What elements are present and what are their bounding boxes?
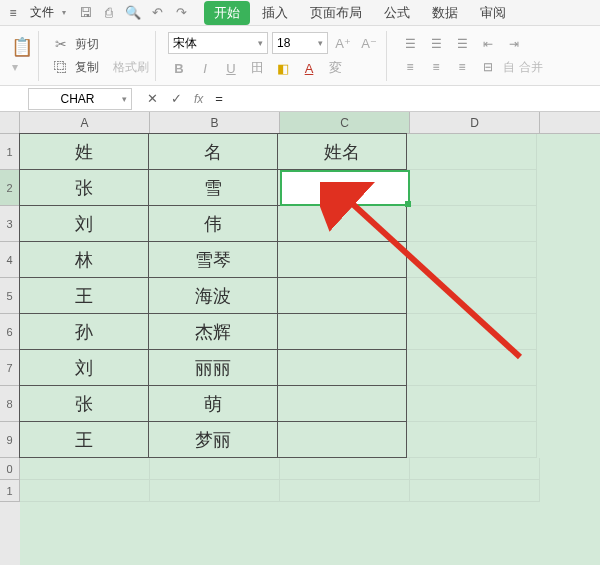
accept-formula-icon[interactable]: ✓ xyxy=(164,87,188,111)
merge-label[interactable]: 合并 xyxy=(519,59,543,76)
cell[interactable] xyxy=(407,170,537,206)
copy-icon[interactable]: ⿻ xyxy=(51,57,71,77)
align-top-icon[interactable]: ☰ xyxy=(399,34,421,54)
row-header[interactable]: 9 xyxy=(0,422,20,458)
align-right-icon[interactable]: ≡ xyxy=(451,57,473,77)
cell[interactable]: 萌 xyxy=(148,385,278,422)
merge-icon[interactable]: ⊟ xyxy=(477,57,499,77)
file-menu[interactable]: 文件 xyxy=(24,2,60,23)
indent-increase-icon[interactable]: ⇥ xyxy=(503,34,525,54)
cell[interactable] xyxy=(407,206,537,242)
row-header[interactable]: 4 xyxy=(0,242,20,278)
cell[interactable]: 张 xyxy=(19,385,149,422)
cell[interactable]: 伟 xyxy=(148,205,278,242)
align-middle-icon[interactable]: ☰ xyxy=(425,34,447,54)
cell[interactable] xyxy=(20,480,150,502)
cell[interactable] xyxy=(150,458,280,480)
row-header[interactable]: 8 xyxy=(0,386,20,422)
row-header[interactable]: 3 xyxy=(0,206,20,242)
border-icon[interactable]: 田 xyxy=(246,57,268,79)
file-dropdown-icon[interactable]: ▾ xyxy=(62,8,66,17)
cell[interactable] xyxy=(277,313,407,350)
align-left-icon[interactable]: ≡ xyxy=(399,57,421,77)
align-center-icon[interactable]: ≡ xyxy=(425,57,447,77)
tab-start[interactable]: 开始 xyxy=(204,1,250,25)
phonetic-icon[interactable]: 変 xyxy=(324,57,346,79)
cell[interactable]: 王 xyxy=(19,277,149,314)
increase-font-icon[interactable]: A⁺ xyxy=(332,32,354,54)
font-size-select[interactable]: 18 ▾ xyxy=(272,32,328,54)
fx-icon[interactable]: fx xyxy=(194,92,203,106)
tab-insert[interactable]: 插入 xyxy=(252,1,298,25)
undo-icon[interactable]: ↶ xyxy=(146,2,168,24)
cell[interactable] xyxy=(410,458,540,480)
cell[interactable] xyxy=(277,277,407,314)
col-header-c[interactable]: C xyxy=(280,112,410,133)
cell[interactable]: 海波 xyxy=(148,277,278,314)
cell[interactable]: 林 xyxy=(19,241,149,278)
select-all-corner[interactable] xyxy=(0,112,20,134)
row-header[interactable]: 6 xyxy=(0,314,20,350)
cell[interactable] xyxy=(277,205,407,242)
cut-label[interactable]: 剪切 xyxy=(75,36,99,53)
cell[interactable] xyxy=(277,421,407,458)
cell[interactable]: 孙 xyxy=(19,313,149,350)
cell[interactable]: 刘 xyxy=(19,205,149,242)
cell[interactable] xyxy=(277,241,407,278)
cell[interactable] xyxy=(277,349,407,386)
cell[interactable]: 张 xyxy=(19,169,149,206)
row-header[interactable]: 1 xyxy=(0,134,20,170)
paste-dropdown-icon[interactable]: ▾ xyxy=(12,60,32,74)
cell[interactable] xyxy=(277,385,407,422)
cell[interactable]: 姓名 xyxy=(277,133,407,170)
font-name-select[interactable]: 宋体 ▾ xyxy=(168,32,268,54)
cell[interactable] xyxy=(407,386,537,422)
cell[interactable]: 名 xyxy=(148,133,278,170)
row-header[interactable]: 5 xyxy=(0,278,20,314)
print-preview-icon[interactable]: 🔍 xyxy=(122,2,144,24)
cell[interactable]: 刘 xyxy=(19,349,149,386)
cell[interactable]: 王 xyxy=(19,421,149,458)
font-color-icon[interactable]: A xyxy=(298,57,320,79)
col-header-b[interactable]: B xyxy=(150,112,280,133)
indent-decrease-icon[interactable]: ⇤ xyxy=(477,34,499,54)
redo-icon[interactable]: ↷ xyxy=(170,2,192,24)
row-header[interactable]: 7 xyxy=(0,350,20,386)
align-bottom-icon[interactable]: ☰ xyxy=(451,34,473,54)
row-header[interactable]: 2 xyxy=(0,170,20,206)
cell[interactable] xyxy=(407,278,537,314)
cell[interactable] xyxy=(280,458,410,480)
fill-color-icon[interactable]: ◧ xyxy=(272,57,294,79)
cell[interactable] xyxy=(20,458,150,480)
cut-icon[interactable]: ✂ xyxy=(51,34,71,54)
cell[interactable]: 雪 xyxy=(148,169,278,206)
name-box[interactable]: CHAR ▾ xyxy=(28,88,132,110)
tab-data[interactable]: 数据 xyxy=(422,1,468,25)
cell[interactable]: 梦丽 xyxy=(148,421,278,458)
print-icon[interactable]: ⎙ xyxy=(98,2,120,24)
tab-page-layout[interactable]: 页面布局 xyxy=(300,1,372,25)
col-header-d[interactable]: D xyxy=(410,112,540,133)
format-painter-label[interactable]: 格式刷 xyxy=(113,59,149,76)
cancel-formula-icon[interactable]: ✕ xyxy=(140,87,164,111)
cell[interactable] xyxy=(407,314,537,350)
tab-review[interactable]: 审阅 xyxy=(470,1,516,25)
cell[interactable]: 丽丽 xyxy=(148,349,278,386)
hamburger-icon[interactable]: ≡ xyxy=(4,4,22,22)
copy-label[interactable]: 复制 xyxy=(75,59,99,76)
cell[interactable] xyxy=(410,480,540,502)
cell[interactable] xyxy=(407,242,537,278)
cell[interactable] xyxy=(407,134,537,170)
row-header[interactable]: 0 xyxy=(0,458,20,480)
cell[interactable] xyxy=(150,480,280,502)
italic-icon[interactable]: I xyxy=(194,57,216,79)
decrease-font-icon[interactable]: A⁻ xyxy=(358,32,380,54)
save-icon[interactable]: 🖫 xyxy=(74,2,96,24)
row-header[interactable]: 1 xyxy=(0,480,20,502)
bold-icon[interactable]: B xyxy=(168,57,190,79)
formula-input[interactable]: = xyxy=(209,91,600,106)
cell[interactable] xyxy=(407,350,537,386)
wrap-label[interactable]: 自 xyxy=(503,59,515,76)
paste-icon[interactable]: 📋 xyxy=(12,37,32,57)
underline-icon[interactable]: U xyxy=(220,57,242,79)
